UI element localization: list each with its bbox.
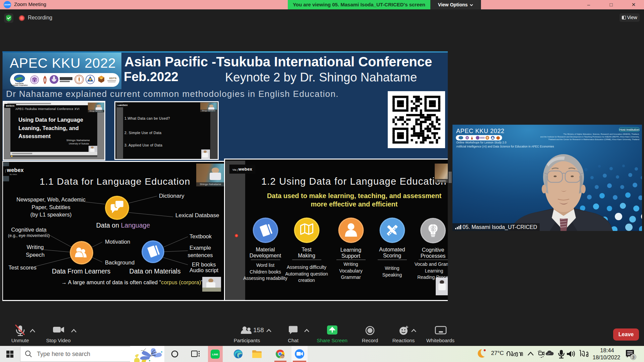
svg-text:Thailand and the Center for Re: Thailand and the Center for Research in … bbox=[548, 138, 639, 140]
svg-text:158: 158 bbox=[253, 326, 264, 334]
svg-text:LINE: LINE bbox=[212, 353, 218, 356]
svg-text:and the Institute for Research: and the Institute for Research and Devel… bbox=[540, 136, 640, 138]
svg-text:Economic Cooperation: Economic Cooperation bbox=[11, 84, 28, 86]
svg-text:Online Workshops for Lesson St: Online Workshops for Lesson Study 2.0 bbox=[456, 141, 506, 144]
svg-text:EDTS: EDTS bbox=[109, 77, 117, 80]
svg-text:The Ministry of Higher Educati: The Ministry of Higher Education, Scienc… bbox=[564, 133, 640, 135]
svg-text:APEC KKU 2022: APEC KKU 2022 bbox=[456, 128, 504, 134]
svg-text:Artificial Intelligence (AI) a: Artificial Intelligence (AI) and Data Sc… bbox=[456, 145, 554, 148]
svg-text:Host Institution: Host Institution bbox=[619, 128, 639, 131]
svg-text:3: 3 bbox=[632, 355, 634, 360]
